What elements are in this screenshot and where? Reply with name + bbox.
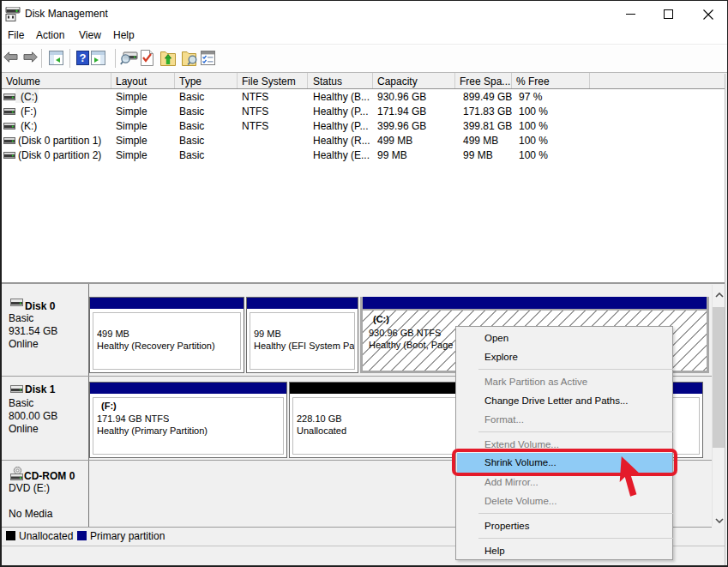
svg-text:?: ? bbox=[80, 51, 87, 64]
